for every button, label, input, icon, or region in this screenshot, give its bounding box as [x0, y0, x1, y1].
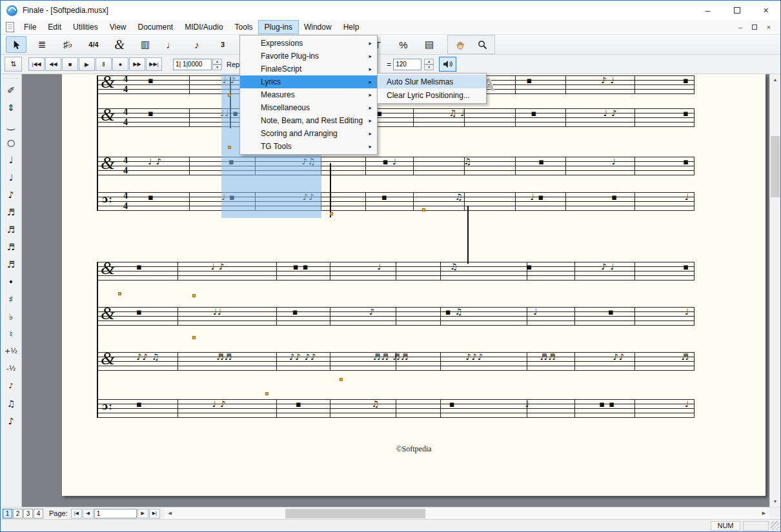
flat-tool[interactable]: ♭: [3, 308, 20, 325]
selection-tool[interactable]: [6, 36, 26, 53]
submenu-item-clear-lyric-positioning[interactable]: Clear Lyric Positioning...: [378, 88, 486, 102]
vertical-scrollbar[interactable]: ▲ ▼: [769, 74, 780, 507]
thirty-second-note-tool[interactable]: ♬: [3, 221, 20, 238]
hundred-twenty-eighth-note-tool[interactable]: ♬: [3, 255, 20, 273]
menu-file[interactable]: File: [18, 21, 42, 34]
page-thumbnail-4[interactable]: 4: [34, 509, 43, 518]
scroll-down-button[interactable]: ▼: [770, 496, 780, 507]
selection-handle[interactable]: [330, 212, 333, 215]
first-page-button[interactable]: |◀: [71, 509, 82, 518]
page-number-input[interactable]: [94, 509, 137, 518]
rewind-button[interactable]: ◀◀: [45, 57, 61, 71]
menu-item-scoring-and-arranging[interactable]: Scoring and Arranging▸: [240, 127, 377, 140]
menu-document[interactable]: Document: [132, 21, 179, 34]
last-page-button[interactable]: ▶|: [149, 509, 160, 518]
pause-button[interactable]: Ⅱ: [96, 57, 112, 71]
selection-handle[interactable]: [265, 392, 269, 395]
selection-handle[interactable]: [228, 94, 231, 97]
page-thumbnail-3[interactable]: 3: [23, 509, 33, 518]
sharp-tool[interactable]: ♯: [3, 290, 20, 308]
mdi-restore-button[interactable]: [748, 21, 761, 33]
speaker-button[interactable]: [439, 57, 456, 72]
scroll-left-button[interactable]: ◀: [165, 508, 176, 519]
score-page[interactable]: SOFTPEDIA &44▪♩ ♪▪▪♩▪♪ ♩▪&44▪♩♩ ▪♪▪♫ ♩▪♩…: [62, 74, 766, 496]
tuplet-tool[interactable]: 3: [212, 36, 233, 53]
tie-tool[interactable]: ‿: [3, 116, 20, 133]
tempo-spinner-up-button[interactable]: ▲: [424, 59, 434, 64]
spinner-down-button[interactable]: ▼: [212, 64, 222, 70]
selection-handle[interactable]: [192, 336, 196, 339]
flag-tool[interactable]: ♪: [3, 412, 20, 429]
augmentation-dot-tool[interactable]: •: [3, 273, 20, 290]
eighth-note-tool[interactable]: ♪: [3, 186, 20, 203]
menu-edit[interactable]: Edit: [42, 21, 67, 34]
menu-utilities[interactable]: Utilities: [67, 21, 104, 34]
sixteenth-note-tool[interactable]: ♬: [3, 203, 20, 221]
mdi-close-button[interactable]: ×: [762, 21, 775, 33]
page-thumbnail-1[interactable]: 1: [3, 509, 12, 518]
menu-help[interactable]: Help: [338, 21, 365, 34]
page-thumbnail-2[interactable]: 2: [13, 509, 23, 518]
menu-tools[interactable]: Tools: [229, 21, 259, 34]
horizontal-scrollbar-thumb[interactable]: [285, 509, 425, 518]
document-icon[interactable]: [6, 22, 14, 32]
menu-item-tg-tools[interactable]: TG Tools▸: [240, 140, 377, 153]
go-to-end-button[interactable]: ▶▶|: [146, 57, 162, 71]
sixty-fourth-note-tool[interactable]: ♬: [3, 238, 20, 255]
submenu-item-auto-slur-melismas[interactable]: Auto Slur Melismas: [378, 75, 486, 88]
spinner-up-button[interactable]: ▲: [212, 59, 222, 64]
minimize-button[interactable]: –: [693, 1, 722, 20]
repeat-tool[interactable]: %: [393, 36, 414, 53]
half-note-tool[interactable]: ♩: [3, 151, 20, 168]
quarter-note-tool[interactable]: ♩: [3, 168, 20, 186]
grace-note-tool[interactable]: ♪: [3, 377, 20, 395]
zoom-tool[interactable]: [472, 36, 492, 53]
measure-tool[interactable]: ▥: [135, 36, 156, 53]
half-step-up-tool[interactable]: +½: [3, 342, 20, 360]
play-button[interactable]: ▶: [79, 57, 95, 71]
mdi-minimize-button[interactable]: –: [734, 21, 747, 33]
next-page-button[interactable]: ▶: [137, 509, 148, 518]
horizontal-scrollbar[interactable]: ◀ ▶: [165, 508, 769, 519]
vertical-scrollbar-thumb[interactable]: [771, 136, 780, 197]
menu-plug-ins[interactable]: Plug-ins: [259, 21, 298, 34]
scroll-up-button[interactable]: ▲: [770, 74, 780, 85]
menu-midi-audio[interactable]: MIDI/Audio: [179, 21, 228, 34]
menu-item-miscellaneous[interactable]: Miscellaneous▸: [240, 101, 377, 114]
scroll-right-button[interactable]: ▶: [758, 508, 769, 519]
selection-handle[interactable]: [422, 208, 425, 212]
resize-grip[interactable]: [771, 521, 780, 530]
measure-counter-input[interactable]: [173, 59, 212, 70]
tempo-spinner-down-button[interactable]: ▼: [424, 64, 434, 70]
whole-note-tool[interactable]: ○: [3, 133, 20, 151]
hand-grabber-tool[interactable]: [451, 36, 470, 53]
playback-settings-button[interactable]: ⇅: [5, 57, 22, 72]
menu-window[interactable]: Window: [298, 21, 338, 34]
page-layout-tool[interactable]: ▤: [419, 36, 440, 53]
speedy-entry-tool[interactable]: ♪: [187, 36, 207, 53]
menu-item-lyrics[interactable]: Lyrics▸: [240, 75, 377, 88]
simple-entry-tool[interactable]: ♩: [161, 36, 181, 53]
time-signature-tool[interactable]: 4/4: [83, 36, 104, 53]
record-button[interactable]: ●: [112, 57, 128, 71]
eraser-tool[interactable]: ✐: [3, 81, 20, 99]
close-button[interactable]: ×: [751, 1, 780, 20]
menu-item-finalescript[interactable]: FinaleScript▸: [240, 63, 377, 75]
fast-forward-button[interactable]: ▶▶: [129, 57, 145, 71]
tempo-input[interactable]: [393, 59, 421, 70]
menu-item-note-beam-and-rest-editing[interactable]: Note, Beam, and Rest Editing▸: [240, 114, 377, 127]
selection-handle[interactable]: [340, 378, 343, 381]
selection-handle[interactable]: [228, 146, 231, 149]
menu-item-expressions[interactable]: Expressions▸: [240, 37, 377, 50]
clef-tool[interactable]: &: [109, 36, 130, 53]
menu-view[interactable]: View: [104, 21, 132, 34]
natural-tool[interactable]: ♮: [3, 325, 20, 342]
prev-page-button[interactable]: ◀: [83, 509, 94, 518]
key-signature-tool[interactable]: ♯♭: [57, 36, 78, 53]
maximize-button[interactable]: [722, 1, 751, 20]
pitch-shift-tool[interactable]: ⇕: [3, 99, 20, 116]
selection-handle[interactable]: [192, 294, 196, 297]
selection-handle[interactable]: [118, 292, 121, 295]
tuplet-entry-tool[interactable]: ♫: [3, 395, 20, 412]
go-to-start-button[interactable]: |◀◀: [28, 57, 45, 71]
